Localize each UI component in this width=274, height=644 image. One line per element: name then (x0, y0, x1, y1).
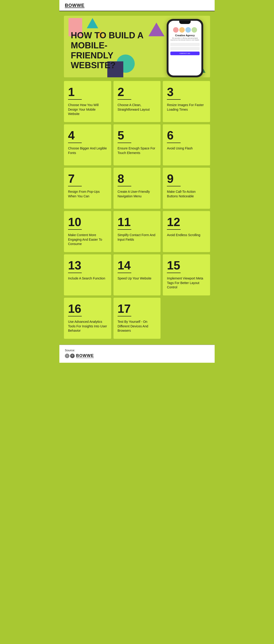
card-6: 6 Avoid Using Flash (163, 124, 210, 166)
phone-screen: Creative Agency We specialize in offerin… (168, 21, 201, 76)
card-divider-7 (68, 186, 82, 186)
card-divider-6 (167, 142, 181, 143)
card-label-14: Speed Up Your Website (118, 276, 157, 281)
card-number-1: 1 (68, 86, 107, 98)
footer-source-label: Source: (65, 348, 209, 352)
card-14: 14 Speed Up Your Website (114, 254, 161, 296)
card-divider-2 (118, 99, 131, 100)
phone-screen-content: Creative Agency We specialize in offerin… (168, 24, 201, 58)
card-number-17: 17 (118, 303, 157, 314)
hero-title: HOW TO BUILD A MOBILE-FRIENDLY WEBSITE? (71, 30, 144, 70)
card-divider-12 (167, 229, 181, 230)
card-number-8: 8 (118, 173, 157, 184)
card-divider-13 (68, 272, 82, 273)
card-10: 10 Make Content More Engaging And Easier… (64, 211, 111, 252)
card-number-5: 5 (118, 129, 157, 141)
card-divider-10 (68, 229, 82, 230)
card-17: 17 Test By Yourself - On Different Devic… (114, 298, 161, 339)
card-placeholder (163, 298, 210, 339)
card-label-11: Simplify Contact Form And Input Fields (118, 233, 157, 242)
grid-row-2: 4 Choose Bigger And Legible Fonts 5 Ensu… (64, 124, 210, 166)
card-16: 16 Use Advanced Analytics Tools For Insi… (64, 298, 111, 339)
footer-icon-2: © (70, 354, 75, 358)
card-number-11: 11 (118, 216, 157, 228)
card-label-2: Choose A Clean, Straightforward Layout (118, 103, 157, 112)
card-label-17: Test By Yourself - On Different Devices … (118, 320, 157, 333)
card-divider-11 (118, 229, 131, 230)
card-label-4: Choose Bigger And Legible Fonts (68, 146, 107, 155)
card-number-14: 14 (118, 260, 157, 271)
phone-avatars (170, 27, 200, 32)
page-wrapper: BOWWE HOW TO BUILD A MOBILE-FRIENDLY WEB… (59, 0, 215, 363)
card-label-15: Implement Viewport Meta Tags For Better … (167, 276, 206, 290)
card-1: 1 Choose How You Will Design Your Mobile… (64, 81, 111, 122)
card-number-10: 10 (68, 216, 107, 228)
card-11: 11 Simplify Contact Form And Input Field… (114, 211, 161, 252)
phone-input-1 (170, 43, 200, 46)
header-logo: BOWWE (65, 3, 85, 8)
footer: Source: i © BOWWE (59, 345, 215, 363)
card-12: 12 Avoid Endless Scrolling (163, 211, 210, 252)
card-7: 7 Resign From Pop-Ups When You Can (64, 168, 111, 209)
card-label-16: Use Advanced Analytics Tools For Insight… (68, 320, 107, 333)
phone-agency-sub: We specialize in offering captivating di… (170, 37, 200, 41)
grid-row-3: 7 Resign From Pop-Ups When You Can 8 Cre… (64, 168, 210, 209)
card-13: 13 Include A Search Function (64, 254, 111, 296)
card-divider-14 (118, 272, 131, 273)
card-number-13: 13 (68, 260, 107, 271)
card-2: 2 Choose A Clean, Straightforward Layout (114, 81, 161, 122)
grid-row-6: 16 Use Advanced Analytics Tools For Insi… (64, 298, 210, 339)
card-divider-3 (167, 99, 181, 100)
phone-agency-title: Creative Agency (170, 34, 200, 37)
card-5: 5 Ensure Enough Space For Touch Elements (114, 124, 161, 166)
avatar-4 (192, 27, 197, 32)
card-8: 8 Create A User-Friendly Navigation Menu (114, 168, 161, 209)
card-4: 4 Choose Bigger And Legible Fonts (64, 124, 111, 166)
card-divider-1 (68, 99, 82, 100)
grid-row-1: 1 Choose How You Will Design Your Mobile… (64, 81, 210, 122)
phone-mockup: Creative Agency We specialize in offerin… (167, 19, 203, 77)
grid-section: 1 Choose How You Will Design Your Mobile… (59, 77, 215, 345)
card-divider-17 (118, 316, 131, 316)
card-divider-4 (68, 142, 82, 143)
card-number-2: 2 (118, 86, 157, 98)
card-label-9: Make Call-To-Action Buttons Noticeable (167, 190, 206, 198)
card-number-12: 12 (167, 216, 206, 228)
card-15: 15 Implement Viewport Meta Tags For Bett… (163, 254, 210, 296)
card-number-15: 15 (167, 260, 206, 271)
card-label-6: Avoid Using Flash (167, 146, 206, 151)
phone-cta-button[interactable]: CONTACT US! (170, 52, 200, 55)
footer-icon-1: i (65, 354, 69, 358)
card-number-7: 7 (68, 173, 107, 184)
card-label-10: Make Content More Engaging And Easier To… (68, 233, 107, 246)
card-label-12: Avoid Endless Scrolling (167, 233, 206, 238)
card-3: 3 Resize Images For Faster Loading Times (163, 81, 210, 122)
card-number-16: 16 (68, 303, 107, 314)
card-divider-9 (167, 186, 181, 186)
grid-row-4: 10 Make Content More Engaging And Easier… (64, 211, 210, 252)
card-divider-16 (68, 316, 82, 316)
card-label-7: Resign From Pop-Ups When You Can (68, 190, 107, 198)
phone-notch (179, 21, 191, 24)
avatar-2 (179, 27, 185, 32)
card-number-4: 4 (68, 129, 107, 141)
card-label-5: Ensure Enough Space For Touch Elements (118, 146, 157, 155)
card-9: 9 Make Call-To-Action Buttons Noticeable (163, 168, 210, 209)
grid-row-5: 13 Include A Search Function 14 Speed Up… (64, 254, 210, 296)
hero-section: HOW TO BUILD A MOBILE-FRIENDLY WEBSITE? … (64, 16, 210, 77)
avatar-1 (173, 27, 179, 32)
header: BOWWE (59, 0, 215, 11)
card-divider-5 (118, 142, 131, 143)
phone-cta-label: CONTACT US! (180, 53, 190, 54)
card-divider-15 (167, 272, 181, 273)
phone-input-2 (170, 47, 200, 50)
card-number-9: 9 (167, 173, 206, 184)
footer-icons: i © (65, 354, 75, 358)
card-number-3: 3 (167, 86, 206, 98)
phone-outer: Creative Agency We specialize in offerin… (167, 19, 203, 77)
card-label-1: Choose How You Will Design Your Mobile W… (68, 103, 107, 116)
footer-logo: BOWWE (76, 353, 94, 358)
avatar-3 (185, 27, 191, 32)
shape-teal-tri (87, 18, 98, 28)
card-number-6: 6 (167, 129, 206, 141)
